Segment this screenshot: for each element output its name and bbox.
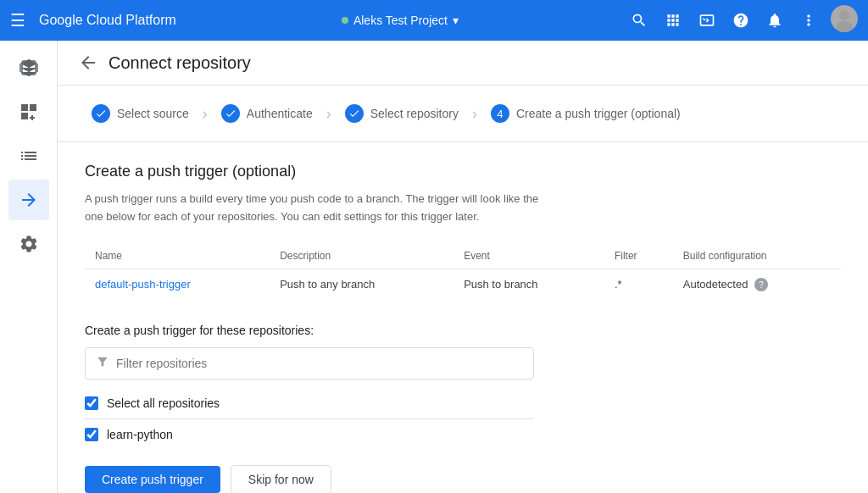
- filter-input-wrap: [85, 347, 534, 379]
- project-selector[interactable]: Aleks Test Project ▾: [335, 10, 465, 30]
- table-row: default-push-trigger Push to any branch …: [85, 269, 841, 300]
- col-build-config: Build configuration: [673, 243, 841, 269]
- stepper: Select source › Authenticate › Select re…: [58, 86, 868, 142]
- step3-check-icon: [345, 104, 364, 123]
- col-filter: Filter: [604, 243, 673, 269]
- select-all-row[interactable]: Select all repositories: [85, 390, 841, 417]
- trigger-build-config: Autodetected ?: [673, 269, 841, 300]
- back-button[interactable]: [78, 53, 98, 73]
- hamburger-menu-icon[interactable]: ☰: [10, 10, 25, 30]
- search-icon[interactable]: [624, 5, 654, 36]
- user-avatar[interactable]: [831, 5, 858, 32]
- sidebar-item-home[interactable]: [8, 47, 49, 88]
- trigger-event: Push to branch: [453, 269, 604, 300]
- repo-row-learn-python[interactable]: learn-python: [85, 421, 841, 448]
- project-name: Aleks Test Project: [353, 14, 448, 27]
- top-navigation: ☰ Google Cloud Platform Aleks Test Proje…: [0, 0, 868, 41]
- step4-num: 4: [491, 104, 509, 123]
- step2-label: Authenticate: [247, 107, 313, 120]
- svg-point-0: [839, 10, 849, 20]
- checkbox-divider: [85, 418, 534, 419]
- select-all-checkbox[interactable]: [85, 396, 98, 410]
- cloud-shell-icon[interactable]: [692, 5, 722, 36]
- repo-label-learn-python: learn-python: [107, 428, 173, 441]
- section-title: Create a push trigger (optional): [85, 163, 841, 180]
- action-buttons: Create push trigger Skip for now: [85, 465, 841, 493]
- trigger-filter: .*: [604, 269, 673, 300]
- filter-input[interactable]: [116, 357, 523, 370]
- project-status-dot: [342, 17, 348, 24]
- col-name: Name: [85, 243, 270, 269]
- create-push-trigger-button[interactable]: Create push trigger: [85, 466, 220, 493]
- svg-point-1: [836, 21, 853, 32]
- step-select-repository[interactable]: Select repository: [331, 97, 472, 130]
- filter-icon: [96, 355, 109, 372]
- sidebar-item-settings[interactable]: [8, 224, 49, 264]
- step3-label: Select repository: [370, 107, 459, 120]
- step-create-push-trigger[interactable]: 4 Create a push trigger (optional): [477, 97, 694, 130]
- col-event: Event: [453, 243, 604, 269]
- project-dropdown-icon: ▾: [453, 14, 459, 27]
- more-vert-icon[interactable]: [793, 5, 824, 36]
- step-authenticate[interactable]: Authenticate: [208, 97, 326, 130]
- skip-for-now-button[interactable]: Skip for now: [231, 465, 331, 493]
- repo-checkbox-learn-python[interactable]: [85, 428, 98, 441]
- step2-check-icon: [221, 104, 240, 123]
- step1-check-icon: [92, 104, 110, 123]
- sidebar: [0, 41, 58, 493]
- content-area: Create a push trigger (optional) A push …: [58, 142, 868, 493]
- col-description: Description: [270, 243, 453, 269]
- step1-label: Select source: [117, 107, 189, 120]
- top-nav-icons: [624, 5, 858, 36]
- select-all-label: Select all repositories: [107, 396, 220, 410]
- trigger-description: Push to any branch: [270, 269, 453, 300]
- notifications-icon[interactable]: [760, 5, 790, 36]
- trigger-table: Name Description Event Filter Build conf…: [85, 243, 841, 301]
- sidebar-item-triggers[interactable]: [8, 180, 49, 220]
- trigger-name[interactable]: default-push-trigger: [95, 278, 191, 291]
- step4-label: Create a push trigger (optional): [516, 107, 681, 120]
- sidebar-item-list[interactable]: [8, 136, 49, 176]
- page-header: Connect repository: [58, 41, 868, 86]
- main-content: Connect repository Select source › Authe…: [58, 41, 868, 493]
- page-title: Connect repository: [108, 53, 251, 73]
- build-config-help-icon[interactable]: ?: [754, 278, 768, 291]
- repo-section-title: Create a push trigger for these reposito…: [85, 324, 841, 337]
- apps-icon[interactable]: [658, 5, 688, 36]
- step-select-source[interactable]: Select source: [78, 97, 203, 130]
- help-icon[interactable]: [726, 5, 756, 36]
- app-brand: Google Cloud Platform: [39, 13, 176, 28]
- sidebar-item-dashboard[interactable]: [8, 91, 49, 132]
- section-description: A push trigger runs a build every time y…: [85, 191, 559, 226]
- app-layout: Connect repository Select source › Authe…: [0, 41, 868, 493]
